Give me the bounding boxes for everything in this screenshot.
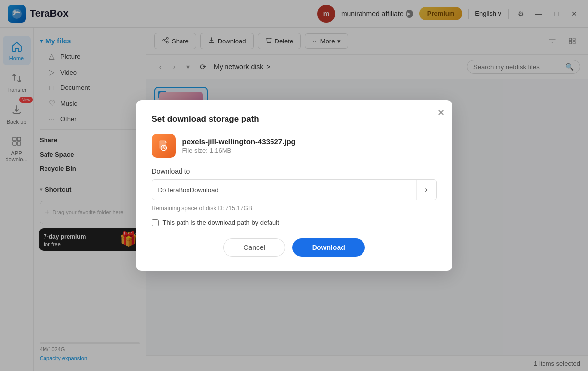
file-type-icon	[152, 134, 176, 158]
default-path-row: This path is the download path by defaul…	[152, 219, 437, 226]
modal-file-name: pexels-jill-wellington-433527.jpg	[182, 137, 296, 146]
default-path-label: This path is the download path by defaul…	[163, 219, 279, 226]
modal-title: Set download storage path	[152, 114, 437, 124]
download-to-label: Download to	[152, 167, 437, 175]
modal-close-button[interactable]: ✕	[437, 107, 445, 118]
path-input[interactable]	[152, 181, 416, 199]
modal-download-button[interactable]: Download	[292, 238, 365, 257]
cancel-button[interactable]: Cancel	[223, 238, 285, 257]
modal-file-info: pexels-jill-wellington-433527.jpg File s…	[182, 137, 296, 154]
modal-file-row: pexels-jill-wellington-433527.jpg File s…	[152, 134, 437, 158]
modal-buttons: Cancel Download	[152, 238, 437, 257]
remaining-space-text: Remaining space of disk D: 715.17GB	[152, 205, 437, 212]
path-browse-button[interactable]: ›	[416, 180, 436, 200]
default-path-checkbox[interactable]	[152, 219, 159, 226]
modal-overlay: Set download storage path ✕ pexels-jill-…	[0, 0, 588, 371]
download-path-modal: Set download storage path ✕ pexels-jill-…	[136, 100, 452, 271]
path-input-row: ›	[152, 179, 437, 200]
modal-file-size: File size: 1.16MB	[182, 147, 296, 154]
